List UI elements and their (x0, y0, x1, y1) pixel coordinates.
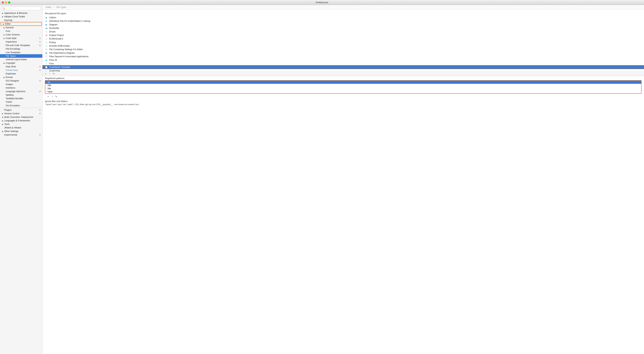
sidebar-item-label: Code Style (6, 37, 16, 40)
breadcrumb: Editor › File Types (42, 5, 644, 10)
file-icon: 📄 (45, 55, 48, 58)
sidebar-item-code-style[interactable]: ▶ Code Style ⚙ (0, 37, 42, 40)
sidebar-item-jrebel[interactable]: ▶ JRebel & XRebel (0, 126, 42, 129)
sidebar-item-tools[interactable]: ▶ Tools (0, 122, 42, 126)
file-type-name: Cython (49, 16, 56, 19)
file-type-graphview[interactable]: 📄 GraphView (42, 69, 644, 71)
file-type-dockerfile[interactable]: 🐋 Dockerfile (42, 26, 644, 30)
sidebar-item-camel-case[interactable]: ▶ Camel Case ⚙ (0, 68, 42, 72)
pattern-value: *.ftlh (47, 84, 51, 87)
sidebar-item-label: Emmet (6, 76, 13, 79)
sidebar-item-spelling[interactable]: ▶ Spelling (0, 93, 42, 97)
sidebar-item-label: Inlay Hints (6, 65, 16, 68)
breadcrumb-sep: › (54, 6, 54, 9)
sidebar-item-label: Color Scheme (6, 34, 20, 36)
file-type-freemarker[interactable]: 📄 FreeMarker Template (42, 65, 644, 69)
file-type-cython[interactable]: ◉ Cython (42, 16, 644, 19)
sidebar-item-color-scheme[interactable]: ▶ Color Scheme (0, 33, 42, 37)
gear-icon[interactable]: ⚙ (39, 37, 41, 40)
file-type-flow-js[interactable]: ◉ Flow JS (42, 58, 644, 62)
file-type-font[interactable]: Ꝭ Font (42, 62, 644, 65)
sidebar-item-gui-designer[interactable]: ▶ GUI Designer ⚙ (0, 79, 42, 83)
pattern-ftlh[interactable]: *.ftlh (45, 84, 641, 87)
remove-file-type-button[interactable]: − (48, 72, 51, 75)
sidebar-item-vim-emulation[interactable]: ▶ Vim Emulation (0, 104, 42, 107)
sidebar-item-plugins[interactable]: ▶ Plugins ⚙ (0, 108, 42, 112)
file-icon: ◧ (45, 23, 48, 26)
sidebar-item-version-control[interactable]: ▶ Version Control ⚙ (0, 112, 42, 115)
sidebar-item-label: Images (6, 83, 13, 86)
file-icon: ⊕ (45, 34, 48, 37)
arrow-icon: ▶ (4, 62, 5, 64)
sidebar-item-build-exec[interactable]: ▶ Build, Execution, Deployment (0, 115, 42, 119)
sidebar-item-appearance[interactable]: ▶ Appearance & Behavior (0, 11, 42, 15)
gear-icon[interactable]: ⚙ (39, 69, 41, 71)
sidebar-item-todo[interactable]: ▶ TODO (0, 100, 42, 104)
sidebar-item-other-settings[interactable]: ▶ Other Settings (0, 129, 42, 133)
add-pattern-button[interactable]: + (47, 95, 50, 98)
search-box[interactable]: 🔍 (2, 7, 41, 10)
file-type-drools[interactable]: ⊙ Drools (42, 30, 644, 34)
gear-icon[interactable]: ⚙ (39, 134, 41, 136)
file-types-scroll[interactable]: ◉ Cython ◈ Definitions File For Kotlin/N… (42, 16, 644, 71)
gear-icon[interactable]: ⚙ (39, 112, 41, 115)
remove-pattern-button[interactable]: − (50, 95, 54, 98)
file-type-name: File Dependency Diagram (49, 52, 75, 54)
close-button[interactable] (2, 2, 4, 4)
gear-icon[interactable]: ⚙ (39, 90, 41, 93)
sidebar-item-android-layout[interactable]: ▶ Android Layout Editor (0, 58, 42, 61)
sidebar-item-experimental[interactable]: ▶ Experimental ⚙ (0, 133, 42, 137)
sidebar-item-general[interactable]: ▶ General (0, 26, 42, 29)
sidebar-item-copyright[interactable]: ▶ Copyright (0, 61, 42, 65)
file-type-exclude[interactable]: 📄 Exclude (GitExclude) (42, 44, 644, 48)
sidebar-item-file-encodings[interactable]: ▶ File Encodings (0, 47, 42, 51)
sidebar-item-textmate-bundles[interactable]: ▶ TextMate Bundles (0, 97, 42, 100)
gear-icon[interactable]: ⚙ (39, 80, 41, 82)
sidebar-item-label: Appearance & Behavior (4, 12, 28, 14)
gear-icon[interactable]: ⚙ (39, 44, 41, 47)
ignore-label: Ignore files and folders: (45, 100, 642, 103)
search-input[interactable] (6, 7, 40, 10)
sidebar-item-language-injections[interactable]: ▶ Language Injections ⚙ (0, 90, 42, 93)
sidebar-item-alibaba[interactable]: ▶ Alibaba Cloud Toolkit (0, 15, 42, 19)
gear-icon[interactable]: ⚙ (39, 109, 41, 111)
file-type-erlang[interactable]: 📄 Erlang (42, 41, 644, 44)
file-type-kotlin-native[interactable]: ◈ Definitions File For Kotlin/Native C I… (42, 19, 644, 23)
sidebar-item-file-code-templates[interactable]: ▶ File and Code Templates ⚙ (0, 44, 42, 47)
sidebar-item-live-templates[interactable]: ▶ Live Templates (0, 51, 42, 54)
file-type-dependency-diagram[interactable]: ◧ File Dependency Diagram (42, 51, 644, 55)
sidebar-item-intentions[interactable]: ▶ Intentions (0, 86, 42, 90)
sidebar-item-editor[interactable]: ▶ Editor (1, 22, 42, 26)
edit-file-type-button[interactable]: ✎ (52, 72, 56, 75)
sidebar-item-label: Android Layout Editor (6, 58, 27, 61)
sidebar-item-inlay-hints[interactable]: ▶ Inlay Hints ⚙ (0, 65, 42, 68)
file-type-diagram[interactable]: ◧ Diagram (42, 23, 644, 26)
sidebar-item-inspections[interactable]: ▶ Inspections ⚙ (0, 40, 42, 44)
gear-icon[interactable]: ⚙ (39, 41, 41, 43)
file-type-name: Eclipse Project (49, 34, 64, 37)
file-types-section: ◉ Cython ◈ Definitions File For Kotlin/N… (42, 16, 644, 76)
sidebar-item-keymap[interactable]: ▶ Keymap (0, 19, 42, 22)
file-type-eclipse[interactable]: ⊕ Eclipse Project (42, 34, 644, 37)
add-file-type-button[interactable]: + (44, 72, 47, 75)
sidebar-item-emmet[interactable]: ▶ Emmet (0, 75, 42, 79)
sidebar-item-font[interactable]: ▶ Font (0, 29, 42, 33)
file-type-name: Font (49, 62, 54, 65)
edit-pattern-button[interactable]: ✎ (54, 95, 58, 98)
window-controls[interactable] (2, 2, 10, 4)
maximize-button[interactable] (8, 2, 10, 4)
file-type-file-settings[interactable]: ⚙ File Containing Settings For Editor (42, 48, 644, 51)
sidebar-item-languages[interactable]: ▶ Languages & Frameworks (0, 119, 42, 122)
file-type-ecmascript[interactable]: 📄 ECMAScript 6 (42, 37, 644, 41)
file-type-name: Drools (49, 31, 56, 33)
pattern-html[interactable]: *.html (45, 90, 641, 93)
pattern-ftlx[interactable]: *.ftlx (45, 87, 641, 90)
gear-icon[interactable]: ⚙ (39, 66, 41, 68)
sidebar-item-label: Copyright (6, 62, 15, 64)
minimize-button[interactable] (5, 2, 7, 4)
sidebar-item-file-types[interactable]: ▶ File Types (0, 54, 42, 58)
pattern-ftl[interactable]: *.ftl (45, 81, 641, 84)
sidebar-item-duplicates[interactable]: ▶ Duplicates (0, 72, 42, 75)
sidebar-item-images[interactable]: ▶ Images (0, 83, 42, 86)
file-type-files-opened[interactable]: 📄 Files Opened In Associated Application… (42, 55, 644, 58)
